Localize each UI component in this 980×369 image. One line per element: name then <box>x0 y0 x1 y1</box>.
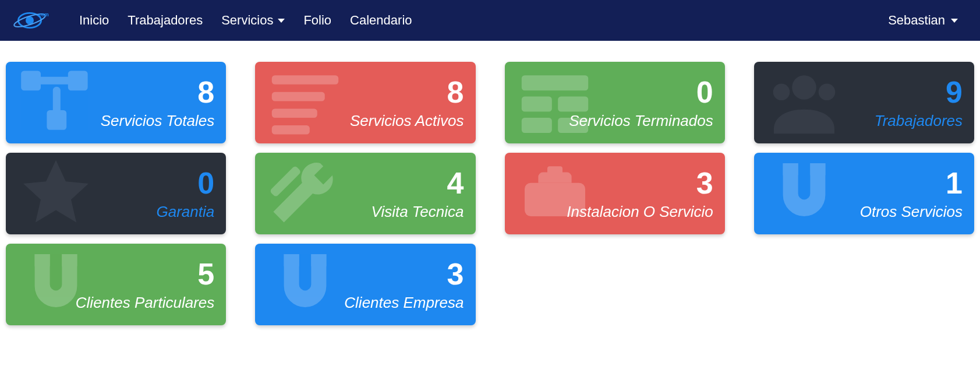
card-value: 0 <box>696 77 713 107</box>
magnet-icon <box>758 156 851 231</box>
card-servicios-activos[interactable]: 8 Servicios Activos <box>255 62 475 143</box>
tools-icon <box>259 156 352 231</box>
svg-rect-20 <box>525 183 585 216</box>
user-menu[interactable]: Sebastian <box>888 13 970 28</box>
svg-point-18 <box>818 84 835 101</box>
svg-rect-21 <box>547 166 562 175</box>
card-label: Servicios Totales <box>101 112 215 130</box>
nav-trabajadores[interactable]: Trabajadores <box>121 9 210 31</box>
svg-rect-14 <box>521 118 551 133</box>
card-label: Trabajadores <box>875 112 963 130</box>
card-value: 3 <box>447 259 464 289</box>
users-icon <box>758 65 851 140</box>
card-value: 0 <box>197 168 214 198</box>
card-servicios-totales[interactable]: 8 Servicios Totales <box>6 62 226 143</box>
card-value: 5 <box>197 259 214 289</box>
card-label: Visita Tecnica <box>372 203 464 221</box>
card-trabajadores[interactable]: 9 Trabajadores <box>754 62 974 143</box>
card-clientes-empresa[interactable]: 3 Clientes Empresa <box>255 244 475 325</box>
nav-links: Inicio Trabajadores Servicios Folio Cale… <box>72 9 419 31</box>
svg-rect-9 <box>272 108 317 118</box>
card-label: Clientes Empresa <box>344 294 464 312</box>
card-garantia[interactable]: 0 Garantia <box>6 153 226 234</box>
svg-rect-24 <box>35 254 50 266</box>
toolbox-icon <box>508 156 602 231</box>
card-value: 3 <box>696 168 713 198</box>
nav-trabajadores-label: Trabajadores <box>128 13 203 28</box>
svg-rect-25 <box>62 254 77 266</box>
dashboard-grid: 8 Servicios Totales 8 Servicios Activos … <box>0 41 980 337</box>
nav-calendario[interactable]: Calendario <box>343 9 419 31</box>
nav-folio-label: Folio <box>303 13 331 28</box>
nav-calendario-label: Calendario <box>350 13 412 28</box>
svg-rect-27 <box>312 254 327 266</box>
svg-rect-11 <box>521 75 588 90</box>
svg-rect-26 <box>284 254 299 266</box>
svg-point-17 <box>773 84 790 101</box>
card-servicios-terminados[interactable]: 0 Servicios Terminados <box>505 62 725 143</box>
caret-down-icon <box>951 19 958 23</box>
user-name: Sebastian <box>888 13 945 28</box>
card-value: 1 <box>946 168 963 198</box>
table-icon <box>508 65 602 140</box>
svg-rect-7 <box>272 75 338 85</box>
card-instalacion[interactable]: 3 Instalacion O Servicio <box>505 153 725 234</box>
svg-text:com: com <box>38 12 48 17</box>
star-icon <box>9 156 102 231</box>
card-value: 9 <box>946 77 963 107</box>
caret-down-icon <box>278 19 285 23</box>
magnet-icon <box>9 247 102 322</box>
svg-rect-13 <box>558 97 588 112</box>
nav-servicios[interactable]: Servicios <box>214 9 292 31</box>
svg-rect-12 <box>521 97 551 112</box>
card-value: 8 <box>447 77 464 107</box>
svg-point-16 <box>792 75 816 100</box>
card-clientes-particulares[interactable]: 5 Clientes Particulares <box>6 244 226 325</box>
project-diagram-icon <box>9 65 102 140</box>
nav-servicios-label: Servicios <box>221 13 273 28</box>
navbar: com Inicio Trabajadores Servicios Folio … <box>0 0 980 41</box>
card-value: 4 <box>447 168 464 198</box>
svg-rect-8 <box>272 92 325 101</box>
svg-rect-10 <box>272 125 310 135</box>
card-visita-tecnica[interactable]: 4 Visita Tecnica <box>255 153 475 234</box>
nav-inicio[interactable]: Inicio <box>72 9 116 31</box>
nav-inicio-label: Inicio <box>79 13 109 28</box>
card-value: 8 <box>197 77 214 107</box>
card-label: Otros Servicios <box>860 203 963 221</box>
card-otros-servicios[interactable]: 1 Otros Servicios <box>754 153 974 234</box>
svg-rect-15 <box>558 118 588 133</box>
nav-folio[interactable]: Folio <box>296 9 338 31</box>
card-label: Garantia <box>157 203 215 221</box>
magnet-icon <box>259 247 352 322</box>
brand-logo[interactable]: com <box>10 6 57 34</box>
list-icon <box>259 65 352 140</box>
svg-rect-23 <box>810 163 825 175</box>
card-label: Servicios Activos <box>350 112 464 130</box>
svg-rect-22 <box>783 163 798 175</box>
